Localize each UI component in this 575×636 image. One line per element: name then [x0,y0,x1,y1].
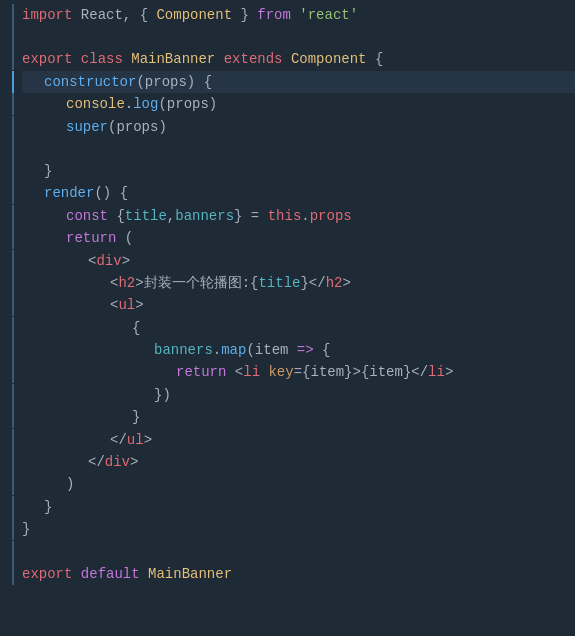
line-gutter-2 [0,26,14,48]
code-line-5: console.log(props) [0,93,575,115]
code-line-22: ) [0,473,575,495]
line-gutter-15 [0,317,14,339]
line-gutter-24 [0,518,14,540]
line-gutter-19 [0,406,14,428]
line-content-6: super(props) [22,116,575,138]
line-content-3: export class MainBanner extends Componen… [22,48,575,70]
code-line-8: } [0,160,575,182]
line-content-4: constructor(props) { [22,71,575,93]
line-content-24: } [22,518,575,540]
line-content-1: import React, { Component } from 'react' [22,4,575,26]
line-content-26: export default MainBanner [22,563,575,585]
code-line-10: const {title,banners} = this.props [0,205,575,227]
line-content-14: <ul> [22,294,575,316]
code-line-23: } [0,496,575,518]
code-line-14: <ul> [0,294,575,316]
line-content-18: }) [22,384,575,406]
code-line-19: } [0,406,575,428]
line-gutter-8 [0,160,14,182]
line-gutter-14 [0,294,14,316]
line-content-17: return <li key={item}>{item}</li> [22,361,575,383]
line-gutter-6 [0,116,14,138]
code-line-20: </ul> [0,429,575,451]
line-gutter-7 [0,138,14,160]
line-gutter-21 [0,451,14,473]
line-gutter-22 [0,473,14,495]
code-editor: import React, { Component } from 'react'… [0,0,575,636]
line-content-21: </div> [22,451,575,473]
line-content-12: <div> [22,250,575,272]
code-line-16: banners.map(item => { [0,339,575,361]
code-line-18: }) [0,384,575,406]
code-line-15: { [0,317,575,339]
code-line-4: constructor(props) { [0,71,575,93]
line-gutter-12 [0,250,14,272]
line-gutter-1 [0,4,14,26]
code-line-11: return ( [0,227,575,249]
code-line-3: export class MainBanner extends Componen… [0,48,575,70]
line-gutter-9 [0,182,14,204]
line-gutter-20 [0,429,14,451]
line-content-11: return ( [22,227,575,249]
line-content-16: banners.map(item => { [22,339,575,361]
line-content-5: console.log(props) [22,93,575,115]
code-line-24: } [0,518,575,540]
code-line-21: </div> [0,451,575,473]
line-content-7 [22,138,575,160]
code-line-13: <h2>封装一个轮播图:{title}</h2> [0,272,575,294]
line-content-8: } [22,160,575,182]
line-gutter-18 [0,384,14,406]
line-gutter-3 [0,48,14,70]
line-gutter-10 [0,205,14,227]
line-gutter-25 [0,541,14,563]
line-gutter-13 [0,272,14,294]
code-line-17: return <li key={item}>{item}</li> [0,361,575,383]
line-gutter-17 [0,361,14,383]
line-gutter-4 [0,71,14,93]
line-gutter-23 [0,496,14,518]
code-line-9: render() { [0,182,575,204]
line-gutter-5 [0,93,14,115]
code-line-26: export default MainBanner [0,563,575,585]
line-content-25 [22,541,575,563]
line-content-15: { [22,317,575,339]
line-content-22: ) [22,473,575,495]
line-content-20: </ul> [22,429,575,451]
line-gutter-16 [0,339,14,361]
code-line-12: <div> [0,250,575,272]
code-line-7 [0,138,575,160]
line-content-2 [22,26,575,48]
line-content-9: render() { [22,182,575,204]
code-line-2 [0,26,575,48]
code-line-6: super(props) [0,116,575,138]
line-content-10: const {title,banners} = this.props [22,205,575,227]
code-line-1: import React, { Component } from 'react' [0,4,575,26]
code-line-25 [0,541,575,563]
line-content-23: } [22,496,575,518]
line-content-13: <h2>封装一个轮播图:{title}</h2> [22,272,575,294]
line-gutter-11 [0,227,14,249]
line-content-19: } [22,406,575,428]
line-gutter-26 [0,563,14,585]
